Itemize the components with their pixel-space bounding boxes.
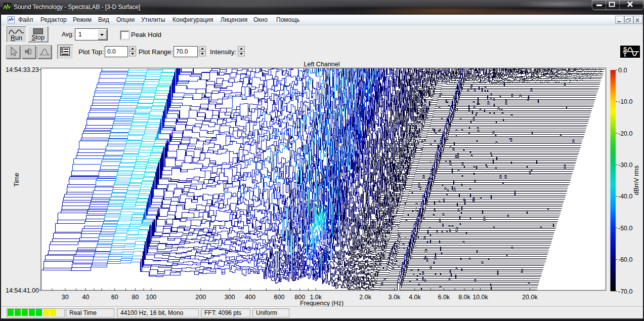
svg-text:-60.0: -60.0 — [618, 256, 633, 263]
svg-text:2.0k: 2.0k — [359, 294, 371, 301]
svg-text:Time: Time — [13, 173, 20, 186]
svg-text:200: 200 — [195, 294, 206, 301]
svg-text:100: 100 — [146, 294, 156, 301]
svg-text:dBmV rms: dBmV rms — [633, 166, 640, 195]
svg-text:-40.0: -40.0 — [618, 193, 633, 200]
svg-text:-50.0: -50.0 — [618, 225, 633, 232]
svg-text:300: 300 — [225, 294, 235, 301]
svg-text:14:54:41.00: 14:54:41.00 — [6, 287, 39, 294]
svg-text:8.0k: 8.0k — [458, 294, 470, 301]
svg-text:20.0k: 20.0k — [522, 294, 538, 301]
svg-text:6.0k: 6.0k — [438, 294, 450, 301]
svg-text:-20.0: -20.0 — [618, 130, 633, 137]
svg-text:600: 600 — [274, 294, 285, 301]
svg-text:-30.0: -30.0 — [618, 162, 633, 169]
svg-text:10.0k: 10.0k — [473, 294, 488, 301]
svg-text:80: 80 — [132, 294, 139, 301]
svg-text:Left Channel: Left Channel — [304, 61, 340, 68]
svg-text:Frequency (Hz): Frequency (Hz) — [300, 300, 344, 307]
svg-text:14:54:33.23: 14:54:33.23 — [6, 66, 39, 73]
svg-text:400: 400 — [245, 294, 255, 301]
svg-text:-70.0: -70.0 — [618, 288, 633, 295]
svg-text:30: 30 — [62, 294, 69, 301]
svg-text:40: 40 — [82, 294, 89, 301]
svg-text:0.0: 0.0 — [618, 67, 627, 74]
svg-text:3.0k: 3.0k — [389, 294, 401, 301]
svg-text:4.0k: 4.0k — [409, 294, 421, 301]
svg-text:60: 60 — [111, 294, 118, 301]
svg-text:-10.0: -10.0 — [618, 98, 633, 105]
